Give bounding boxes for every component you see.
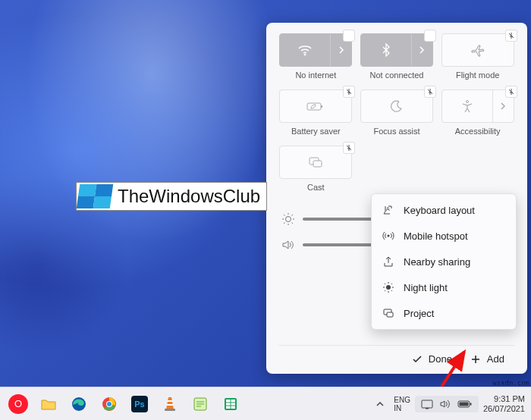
bluetooth-label: Not connected [370, 71, 424, 80]
network-icon [421, 399, 433, 409]
menu-item-label: Keyboard layout [404, 205, 475, 216]
svg-line-13 [284, 223, 285, 224]
svg-point-31 [107, 402, 112, 406]
svg-line-11 [284, 215, 285, 216]
project-icon [382, 307, 394, 319]
menu-item-label: Project [404, 308, 434, 319]
taskbar-app-edge[interactable] [65, 390, 93, 418]
hotspot-icon [382, 230, 394, 242]
volume-icon [281, 238, 295, 252]
svg-rect-47 [459, 402, 468, 406]
done-label: Done [429, 353, 452, 365]
menu-item-label: Nearby sharing [404, 256, 470, 268]
add-mobile-hotspot[interactable]: Mobile hotspot [372, 223, 516, 249]
svg-line-23 [391, 290, 392, 291]
wifi-icon [280, 44, 330, 56]
night-light-icon [382, 281, 394, 293]
check-icon [412, 355, 423, 364]
taskbar-app-spreadsheet[interactable] [217, 390, 244, 418]
watermark-text: TheWindowsClub [118, 186, 260, 207]
brightness-icon [281, 212, 295, 226]
add-night-light[interactable]: Night light [372, 274, 516, 300]
svg-point-17 [386, 285, 391, 290]
language-indicator[interactable]: ENG IN [394, 396, 410, 412]
battery-saver-tile[interactable] [279, 89, 352, 123]
unpin-icon[interactable] [343, 142, 355, 154]
unpin-icon[interactable] [424, 30, 436, 42]
clock[interactable]: 9:31 PM 26/07/2021 [483, 394, 525, 413]
add-project[interactable]: Project [372, 300, 516, 326]
focus-label: Focus assist [373, 127, 419, 136]
accessibility-icon [442, 99, 492, 113]
wifi-label: No internet [295, 71, 336, 80]
add-nearby-sharing[interactable]: Nearby sharing [372, 249, 516, 274]
flight-mode-tile[interactable] [441, 33, 514, 67]
accessibility-label: Accessibility [455, 127, 501, 136]
watermark-logo-icon [77, 184, 113, 208]
svg-point-16 [388, 235, 390, 237]
svg-rect-45 [426, 408, 429, 409]
svg-rect-2 [321, 105, 322, 108]
battery-leaf-icon [306, 101, 325, 111]
taskbar-app-vlc[interactable] [156, 390, 184, 418]
moon-icon [390, 99, 404, 113]
svg-point-0 [304, 54, 306, 55]
svg-point-3 [466, 101, 468, 103]
tile-grid: No internet Not connected [278, 33, 515, 194]
svg-point-6 [286, 217, 291, 222]
flight-label: Flight mode [456, 71, 499, 80]
add-keyboard-layout[interactable]: A Keyboard layout [372, 197, 516, 223]
cast-icon [308, 156, 323, 168]
taskbar-app-notepadpp[interactable] [187, 390, 214, 418]
taskbar-app-explorer[interactable] [35, 390, 62, 418]
svg-rect-1 [307, 103, 321, 110]
svg-rect-33 [167, 404, 173, 406]
add-label: Add [487, 353, 504, 365]
focus-assist-tile[interactable] [360, 89, 433, 123]
svg-line-25 [391, 284, 392, 284]
battery-label: Battery saver [291, 127, 341, 136]
svg-line-14 [292, 215, 294, 216]
taskbar-app-chrome[interactable] [96, 390, 123, 418]
menu-item-label: Mobile hotspot [404, 230, 468, 242]
tray-overflow-chevron[interactable] [371, 390, 389, 418]
svg-text:A: A [386, 206, 390, 212]
battery-icon [457, 400, 473, 409]
plus-icon [470, 354, 481, 365]
quick-settings-panel: No internet Not connected [266, 23, 527, 374]
unpin-icon[interactable] [424, 86, 436, 98]
volume-icon [439, 399, 451, 409]
cast-label: Cast [307, 183, 325, 192]
svg-rect-34 [165, 409, 175, 411]
svg-rect-32 [168, 400, 172, 402]
done-button[interactable]: Done [412, 353, 452, 365]
unpin-icon[interactable] [505, 86, 517, 98]
accessibility-tile[interactable] [441, 89, 514, 123]
attribution-text: wsxdn.com [492, 379, 529, 387]
add-menu: A Keyboard layout Mobile hotspot Nearby … [371, 193, 517, 330]
svg-rect-27 [387, 312, 393, 317]
nearby-sharing-icon [382, 255, 394, 268]
menu-item-label: Night light [404, 282, 448, 293]
unpin-icon[interactable] [343, 86, 355, 98]
system-tray: ENG IN 9:31 PM 26/07/2021 [371, 390, 531, 418]
svg-line-12 [292, 223, 294, 224]
edit-bottom-bar: Done Add [278, 345, 515, 366]
add-button[interactable]: Add [470, 353, 504, 365]
unpin-icon[interactable] [505, 30, 517, 42]
taskbar-app-photoshop[interactable]: Ps [126, 390, 153, 418]
bluetooth-tile[interactable] [360, 33, 433, 67]
unpin-icon[interactable] [343, 30, 355, 42]
watermark: TheWindowsClub [76, 182, 267, 211]
svg-line-24 [385, 290, 385, 291]
keyboard-layout-icon: A [382, 204, 394, 216]
tray-network-volume-battery[interactable] [415, 396, 479, 412]
taskbar-app-opera[interactable]: O [8, 394, 28, 414]
taskbar: O Ps ENG IN 9:31 PM 26/07/2021 [0, 387, 531, 420]
svg-rect-48 [470, 403, 471, 405]
svg-rect-5 [313, 161, 322, 167]
cast-tile[interactable] [279, 146, 352, 179]
bluetooth-icon [361, 43, 411, 57]
wifi-tile[interactable] [279, 33, 352, 67]
svg-line-22 [385, 284, 385, 284]
